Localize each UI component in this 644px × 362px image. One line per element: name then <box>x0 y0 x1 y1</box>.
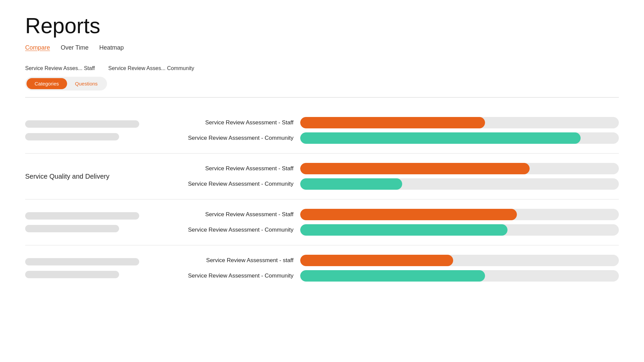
label-placeholder <box>25 258 139 265</box>
bar-row: Service Review Assessment - Staff <box>166 209 619 220</box>
bar-row: Service Review Assessment - Community <box>166 132 619 144</box>
filter-label-1: Service Review Asses... Staff <box>25 65 95 71</box>
bar-fill-orange <box>300 255 453 266</box>
page-title: Reports <box>25 13 619 38</box>
tabs-nav: Compare Over Time Heatmap <box>25 44 619 52</box>
filter-label-2: Service Review Asses... Community <box>108 65 194 71</box>
bar-fill-teal <box>300 270 485 282</box>
tab-over-time[interactable]: Over Time <box>61 44 89 52</box>
toggle-buttons: Categories Questions <box>25 77 107 90</box>
row-bars-3: Service Review Assessment - Staff Servic… <box>166 209 619 236</box>
row-bars-2: Service Review Assessment - Staff Servic… <box>166 163 619 190</box>
bar-track <box>300 255 619 266</box>
bar-fill-teal <box>300 224 507 236</box>
label-placeholder <box>25 271 119 278</box>
bar-label: Service Review Assessment - Staff <box>166 211 293 218</box>
table-row: Service Review Assessment - Staff Servic… <box>25 108 619 154</box>
bar-row: Service Review Assessment - Community <box>166 178 619 190</box>
bar-fill-teal <box>300 132 581 144</box>
bar-track <box>300 132 619 144</box>
bar-track <box>300 224 619 236</box>
label-placeholder <box>25 225 119 232</box>
label-placeholder <box>25 133 119 140</box>
bar-label: Service Review Assessment - staff <box>166 257 293 264</box>
categories-button[interactable]: Categories <box>26 78 67 89</box>
bar-fill-teal <box>300 178 402 190</box>
bar-fill-orange <box>300 117 485 128</box>
tab-compare[interactable]: Compare <box>25 44 50 52</box>
row-label-col-3 <box>25 212 166 232</box>
divider-top <box>25 97 619 98</box>
table-row: Service Review Assessment - staff Servic… <box>25 245 619 291</box>
table-row: Service Quality and Delivery Service Rev… <box>25 154 619 199</box>
bar-track <box>300 117 619 128</box>
label-placeholder <box>25 120 139 128</box>
bar-track <box>300 270 619 282</box>
bar-track <box>300 163 619 174</box>
questions-button[interactable]: Questions <box>67 78 106 89</box>
bar-fill-orange <box>300 209 517 220</box>
bar-row: Service Review Assessment - Community <box>166 224 619 236</box>
bar-label: Service Review Assessment - Community <box>166 181 293 187</box>
bar-track <box>300 209 619 220</box>
label-placeholder <box>25 212 139 220</box>
row-label-col-2: Service Quality and Delivery <box>25 173 166 180</box>
bar-track <box>300 178 619 190</box>
category-label: Service Quality and Delivery <box>25 173 166 180</box>
bar-row: Service Review Assessment - Staff <box>166 163 619 174</box>
rows-container: Service Review Assessment - Staff Servic… <box>25 108 619 291</box>
filter-labels: Service Review Asses... Staff Service Re… <box>25 65 619 71</box>
bar-label: Service Review Assessment - Community <box>166 273 293 279</box>
bar-label: Service Review Assessment - Community <box>166 135 293 141</box>
bar-row: Service Review Assessment - Staff <box>166 117 619 128</box>
table-row: Service Review Assessment - Staff Servic… <box>25 199 619 245</box>
bar-fill-orange <box>300 163 530 174</box>
bar-label: Service Review Assessment - Community <box>166 227 293 233</box>
row-bars-1: Service Review Assessment - Staff Servic… <box>166 117 619 144</box>
bar-label: Service Review Assessment - Staff <box>166 165 293 172</box>
bar-row: Service Review Assessment - staff <box>166 255 619 266</box>
row-label-col-4 <box>25 258 166 278</box>
bar-row: Service Review Assessment - Community <box>166 270 619 282</box>
row-bars-4: Service Review Assessment - staff Servic… <box>166 255 619 282</box>
tab-heatmap[interactable]: Heatmap <box>99 44 124 52</box>
row-label-col-1 <box>25 120 166 140</box>
bar-label: Service Review Assessment - Staff <box>166 119 293 126</box>
